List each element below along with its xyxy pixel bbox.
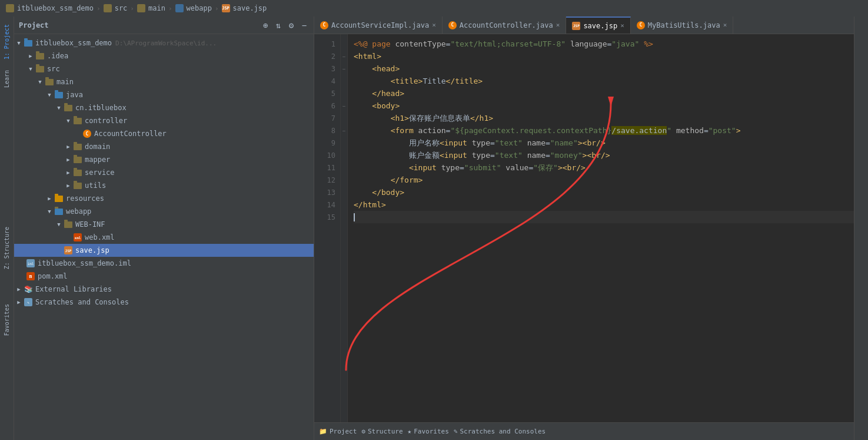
tree-item-service[interactable]: ▶ service [14, 166, 314, 179]
main-arrow: ▼ [35, 77, 45, 87]
resources-folder-icon [54, 194, 64, 203]
file-tree: ▼ itbluebox_ssm_demo D:\AProgramWorkSpac… [14, 34, 314, 440]
savejsp-label: save.jsp [75, 246, 109, 254]
cn-label: cn.itbluebox [75, 104, 127, 112]
fold-8[interactable]: − [341, 124, 347, 137]
domain-label: domain [85, 143, 110, 151]
root-label: itbluebox_ssm_demo [35, 39, 112, 47]
tree-item-pomxml[interactable]: m pom.xml [14, 270, 314, 283]
tab-accountcontroller[interactable]: C AccountController.java × [443, 16, 567, 34]
mapper-folder-icon [73, 155, 82, 164]
code-line-7: <h1>保存账户信息表单</h1> [354, 112, 854, 124]
tree-item-utils[interactable]: ▶ utils [14, 179, 314, 192]
panel-minimize-button[interactable]: − [300, 21, 309, 30]
webapp-folder-icon [175, 4, 184, 12]
sidebar-item-learn2[interactable] [6, 141, 8, 150]
fold-3[interactable]: − [341, 62, 347, 75]
tab-icon-savejsp: JSP [572, 22, 580, 30]
pom-label: pom.xml [38, 272, 68, 280]
tree-item-savejsp[interactable]: JSP save.jsp [14, 244, 314, 257]
tree-item-src[interactable]: ▼ src [14, 62, 314, 75]
tab-savejsp[interactable]: JSP save.jsp × [566, 16, 630, 34]
fold-10 [341, 149, 347, 161]
tree-item-iml[interactable]: iml itbluebox_ssm_demo.iml [14, 257, 314, 270]
tree-item-webinf[interactable]: ▼ WEB-INF [14, 218, 314, 231]
tree-item-main[interactable]: ▼ main [14, 75, 314, 88]
sidebar-item-project[interactable]: 1: Project [2, 19, 11, 64]
tree-item-controller[interactable]: ▼ controller [14, 114, 314, 127]
tree-item-java[interactable]: ▼ java [14, 88, 314, 101]
panel-add-button[interactable]: ⊕ [261, 21, 270, 30]
tree-item-accountcontroller[interactable]: C AccountController [14, 127, 314, 140]
tab-mybatisutils[interactable]: C MyBatisUtils.java × [631, 16, 733, 34]
sidebar-item-structure[interactable]: Z: Structure [2, 222, 11, 274]
webxml-icon: xml [73, 233, 82, 242]
bottom-item-project[interactable]: 📁 Project [319, 428, 357, 435]
tree-item-idea[interactable]: ▶ .idea [14, 49, 314, 62]
linenum-9: 9 [314, 137, 340, 149]
webapp-label: webapp [66, 207, 91, 216]
bottom-label-structure: Structure [368, 428, 403, 435]
editor-content[interactable]: 1 2 3 4 5 6 7 8 9 10 11 12 13 14 15 [314, 34, 854, 422]
tree-item-scratches[interactable]: ▶ ✎ Scratches and Consoles [14, 296, 314, 309]
code-editor[interactable]: <%@ page contentType="text/html;charset=… [348, 34, 854, 422]
breadcrumb-main[interactable]: main [148, 4, 165, 12]
bottom-item-scratches[interactable]: ✎ Scratches and Consoles [454, 428, 546, 435]
main-label: main [56, 78, 74, 86]
idea-label: .idea [47, 52, 68, 60]
code-line-15 [354, 211, 854, 223]
fold-9 [341, 137, 347, 149]
breadcrumb-webapp[interactable]: webapp [187, 4, 212, 12]
tree-item-extlibs[interactable]: ▶ 📚 External Libraries [14, 283, 314, 296]
fold-2[interactable]: − [341, 50, 347, 62]
bottom-label-project: Project [330, 428, 357, 435]
tab-close-accountcontroller[interactable]: × [556, 21, 560, 29]
tabs-bar: C AccountServiceImpl.java × C AccountCon… [314, 16, 854, 34]
sidebar-item-favorites[interactable]: Favorites [2, 299, 11, 340]
tree-item-webxml[interactable]: xml web.xml [14, 231, 314, 244]
webxml-label: web.xml [85, 233, 115, 241]
tree-item-root[interactable]: ▼ itbluebox_ssm_demo D:\AProgramWorkSpac… [14, 37, 314, 49]
project-panel: Project ⊕ ⇅ ⚙ − ▼ itbluebox_ssm_demo D:\… [14, 16, 314, 440]
code-line-6: <body> [354, 100, 854, 112]
tab-label-accountcontroller: AccountController.java [460, 21, 553, 29]
tab-close-accountserviceimpl[interactable]: × [432, 21, 436, 29]
breadcrumb-src[interactable]: src [115, 4, 128, 12]
fold-6[interactable]: − [341, 100, 347, 112]
tab-accountserviceimpl[interactable]: C AccountServiceImpl.java × [314, 16, 443, 34]
panel-scope-button[interactable]: ⇅ [274, 21, 283, 30]
panel-header: Project ⊕ ⇅ ⚙ − [14, 16, 314, 34]
linenum-4: 4 [314, 75, 340, 87]
code-line-12: </form> [354, 174, 854, 186]
scratches-label: Scratches and Consoles [35, 298, 129, 306]
main-folder-icon [45, 77, 54, 87]
java-folder-icon [54, 90, 64, 100]
panel-settings-button[interactable]: ⚙ [287, 21, 296, 30]
breadcrumb-file[interactable]: save.jsp [233, 4, 267, 12]
bottom-label-favorites: Favorites [414, 428, 449, 435]
bottom-item-structure[interactable]: ⚙ Structure [361, 428, 403, 435]
linenum-13: 13 [314, 186, 340, 199]
sep2: › [130, 5, 134, 12]
linenum-7: 7 [314, 112, 340, 124]
code-line-3: <head> [354, 62, 854, 75]
tree-item-mapper[interactable]: ▶ mapper [14, 153, 314, 166]
extlibs-arrow: ▶ [14, 284, 24, 294]
code-line-10: 账户金额<input type="text" name="money"><br/… [354, 149, 854, 161]
src-folder-icon [35, 64, 45, 74]
tree-item-webapp[interactable]: ▼ webapp [14, 205, 314, 218]
tab-close-mybatisutils[interactable]: × [723, 21, 727, 29]
code-line-8: <form action="${pageContext.request.cont… [354, 124, 854, 137]
tree-item-domain[interactable]: ▶ domain [14, 140, 314, 153]
code-line-14: </html> [354, 199, 854, 211]
breadcrumb-project[interactable]: itbluebox_ssm_demo [17, 4, 94, 12]
bottom-item-favorites[interactable]: ★ Favorites [408, 428, 449, 435]
fold-13 [341, 186, 347, 199]
tree-item-resources[interactable]: ▶ resources [14, 192, 314, 205]
webapp-arrow: ▼ [45, 207, 54, 216]
tab-close-savejsp[interactable]: × [620, 22, 624, 29]
tree-item-cn-itbluebox[interactable]: ▼ cn.itbluebox [14, 101, 314, 114]
sep4: › [215, 5, 219, 12]
domain-folder-icon [73, 142, 82, 151]
sidebar-item-learn[interactable]: Learn [2, 65, 11, 92]
